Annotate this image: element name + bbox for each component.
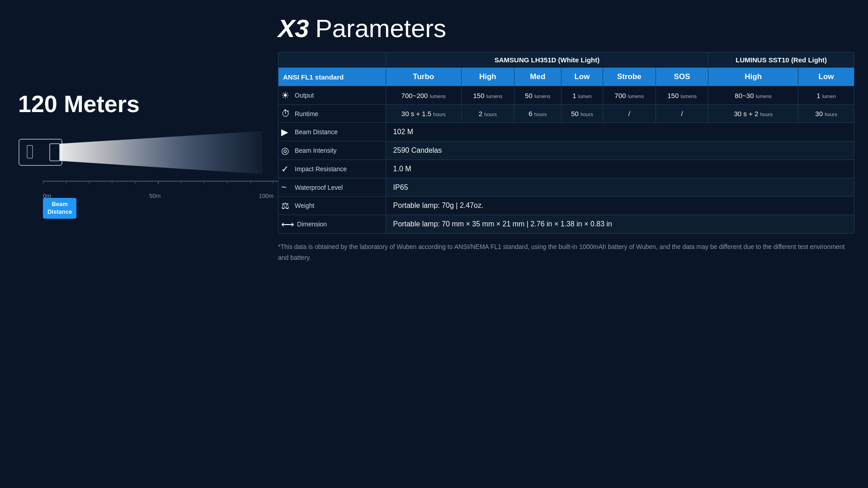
row-label-weight: ⚖ Weight (278, 197, 386, 215)
scale-ruler: 0m 50m 100m (43, 181, 280, 199)
mode-strobe: Strobe (603, 68, 656, 86)
footnote: *This data is obtained by the laboratory… (278, 242, 848, 263)
table-row: ⏱ Runtime 30 s + 1.5 hours2 hours6 hours… (278, 105, 854, 123)
row-icon: ⟷ (281, 219, 294, 230)
mode-low: Low (561, 68, 603, 86)
beam-distance-title: 120 Meters (18, 90, 280, 117)
row-icon: ✓ (281, 164, 292, 174)
scale-label-100m: 100m (259, 192, 274, 199)
row-label-text: Dimension (297, 221, 327, 228)
cell-0-5: 150 lumens (656, 86, 708, 105)
row-label-text: Beam Distance (295, 128, 338, 136)
row-icon: ▶ (281, 127, 292, 137)
cell-1-4: / (603, 105, 656, 123)
th-luminus: LUMINUS SST10 (Red Light) (708, 52, 854, 68)
table-row: ⚖ Weight Portable lamp: 70g | 2.47oz. (278, 197, 854, 215)
group-header-row: SAMSUNG LH351D (White Light) LUMINUS SST… (278, 52, 854, 68)
mode-high-red: High (708, 68, 798, 86)
row-icon: ⚖ (281, 200, 292, 211)
cell-0-3: 1 lumen (561, 86, 603, 105)
beam-visual (18, 131, 262, 176)
table-row: ~ Waterproof Level IP65 (278, 178, 854, 197)
ansi-header: ANSI FL1 standard (278, 68, 386, 86)
row-label-dimension: ⟷ Dimension (278, 215, 386, 234)
wide-cell-dimension: Portable lamp: 70 mm × 35 mm × 21 mm | 2… (386, 215, 854, 234)
wide-cell-beam-intensity: 2590 Candelas (386, 141, 854, 160)
beam-diagram (18, 131, 262, 174)
cell-1-2: 6 hours (514, 105, 561, 123)
row-label-runtime: ⏱ Runtime (278, 105, 386, 123)
row-label-impact-resistance: ✓ Impact Resistance (278, 160, 386, 178)
cell-0-1: 150 lumens (462, 86, 514, 105)
row-label-text: Waterproof Level (295, 184, 343, 191)
wide-cell-waterproof-level: IP65 (386, 178, 854, 197)
cell-1-0: 30 s + 1.5 hours (386, 105, 461, 123)
cell-0-6: 80~30 lumens (708, 86, 798, 105)
table-row: ☀ Output 700~200 lumens150 lumens50 lume… (278, 86, 854, 105)
row-label-text: Runtime (295, 110, 318, 117)
cell-0-7: 1 lumen (798, 86, 854, 105)
wide-cell-impact-resistance: 1.0 M (386, 160, 854, 178)
beam-distance-badge[interactable]: Beam Distance (43, 198, 76, 219)
svg-rect-2 (27, 145, 33, 158)
page-title: X3 Parameters (278, 14, 854, 43)
row-label-text: Weight (295, 202, 314, 209)
row-label-beam-intensity: ◎ Beam Intensity (278, 141, 386, 160)
mode-sos: SOS (656, 68, 708, 86)
brand-name: X3 (278, 14, 309, 43)
row-label-text: Impact Resistance (295, 165, 347, 173)
cell-1-1: 2 hours (462, 105, 514, 123)
row-label-text: Beam Intensity (295, 147, 337, 154)
cell-1-5: / (656, 105, 708, 123)
table-row: ▶ Beam Distance 102 M (278, 123, 854, 141)
wide-cell-beam-distance: 102 M (386, 123, 854, 141)
page-title-text: Parameters (316, 14, 446, 43)
table-row: ◎ Beam Intensity 2590 Candelas (278, 141, 854, 160)
row-label-output: ☀ Output (278, 86, 386, 105)
row-icon: ~ (281, 182, 292, 192)
table-row: ⟷ Dimension Portable lamp: 70 mm × 35 mm… (278, 215, 854, 234)
scale-label-50m: 50m (149, 192, 160, 199)
scale-ticks-svg (43, 182, 274, 191)
mode-med: Med (514, 68, 561, 86)
cell-1-3: 50 hours (561, 105, 603, 123)
cell-0-0: 700~200 lumens (386, 86, 461, 105)
table-row: ✓ Impact Resistance 1.0 M (278, 160, 854, 178)
svg-rect-0 (19, 139, 62, 165)
right-panel: X3 Parameters SAMSUNG LH351D (White Ligh… (278, 14, 854, 263)
mode-low-red: Low (798, 68, 854, 86)
row-icon: ⏱ (281, 108, 292, 119)
params-table: SAMSUNG LH351D (White Light) LUMINUS SST… (278, 52, 854, 234)
row-label-text: Output (295, 92, 314, 99)
mode-high: High (462, 68, 514, 86)
svg-rect-1 (50, 144, 60, 161)
th-samsung: SAMSUNG LH351D (White Light) (386, 52, 708, 68)
cell-0-2: 50 lumens (514, 86, 561, 105)
left-panel: 120 Meters (18, 90, 280, 203)
cell-1-6: 30 s + 2 hours (708, 105, 798, 123)
row-icon: ◎ (281, 145, 292, 156)
mode-header-row: ANSI FL1 standard Turbo High Med Low Str… (278, 68, 854, 86)
cell-1-7: 30 hours (798, 105, 854, 123)
row-label-beam-distance: ▶ Beam Distance (278, 123, 386, 141)
row-icon: ☀ (281, 90, 292, 101)
wide-cell-weight: Portable lamp: 70g | 2.47oz. (386, 197, 854, 215)
cell-0-4: 700 lumens (603, 86, 656, 105)
row-label-waterproof-level: ~ Waterproof Level (278, 178, 386, 197)
th-empty-1 (278, 52, 386, 68)
svg-marker-3 (60, 131, 262, 174)
mode-turbo: Turbo (386, 68, 461, 86)
